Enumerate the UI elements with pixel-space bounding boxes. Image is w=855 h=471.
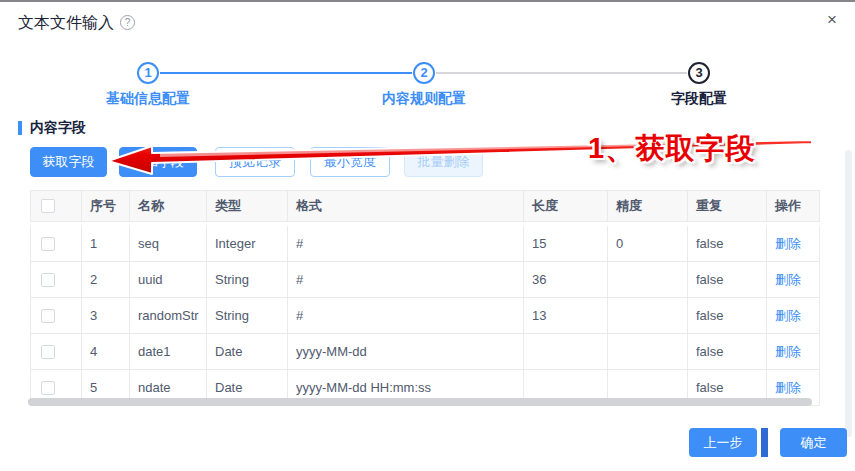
row-checkbox[interactable] xyxy=(41,273,55,287)
col-header-precision: 精度 xyxy=(608,190,688,222)
step-2-label: 内容规则配置 xyxy=(354,90,494,108)
get-fields-button[interactable]: 获取字段 xyxy=(30,147,107,177)
step-1-circle: 1 xyxy=(137,62,159,84)
cell-seq: 2 xyxy=(82,262,130,298)
annotation-text: 1、获取字段 xyxy=(588,129,755,169)
cell-name: uuid xyxy=(130,262,207,298)
cell-repeat: false xyxy=(688,334,767,370)
cell-precision xyxy=(608,262,688,298)
cell-name: seq xyxy=(130,226,207,262)
delete-link[interactable]: 删除 xyxy=(775,307,801,325)
row-checkbox[interactable] xyxy=(41,309,55,323)
cell-action: 删除 xyxy=(767,226,820,262)
step-2-circle: 2 xyxy=(413,62,435,84)
horizontal-scrollbar[interactable] xyxy=(28,398,812,406)
col-header-type: 类型 xyxy=(207,190,288,222)
step-line-2-3 xyxy=(436,72,687,74)
row-checkbox-cell xyxy=(30,298,82,334)
header-checkbox-cell xyxy=(30,190,82,222)
cell-name: randomStr xyxy=(130,298,207,334)
step-3-label: 字段配置 xyxy=(629,90,769,108)
step-1-label: 基础信息配置 xyxy=(78,90,218,108)
cell-precision xyxy=(608,334,688,370)
cell-precision: 0 xyxy=(608,226,688,262)
col-header-name: 名称 xyxy=(130,190,207,222)
delete-link[interactable]: 删除 xyxy=(775,343,801,361)
col-header-seq: 序号 xyxy=(82,190,130,222)
row-checkbox[interactable] xyxy=(41,381,55,395)
cell-type: String xyxy=(207,262,288,298)
col-header-action: 操作 xyxy=(767,190,820,222)
vertical-scrollbar-track[interactable] xyxy=(845,150,852,437)
batch-delete-button[interactable]: 批量删除 xyxy=(404,147,483,177)
section-accent-bar xyxy=(18,121,22,135)
cell-repeat: false xyxy=(688,262,767,298)
cell-action: 删除 xyxy=(767,262,820,298)
cell-type: String xyxy=(207,298,288,334)
page-title: 文本文件输入? xyxy=(18,13,135,34)
confirm-button[interactable]: 确定 xyxy=(780,428,847,457)
row-checkbox-cell xyxy=(30,262,82,298)
delete-link[interactable]: 删除 xyxy=(775,235,801,253)
cell-action: 删除 xyxy=(767,334,820,370)
cell-format: # xyxy=(288,226,524,262)
cell-repeat: false xyxy=(688,226,767,262)
row-checkbox[interactable] xyxy=(41,237,55,251)
cell-length: 15 xyxy=(524,226,608,262)
fields-table: 序号 名称 类型 格式 长度 精度 重复 操作 1 seq Integer # … xyxy=(30,190,820,406)
add-field-button[interactable]: 增加字段 xyxy=(119,147,197,177)
previous-step-button[interactable]: 上一步 xyxy=(689,428,757,457)
col-header-repeat: 重复 xyxy=(688,190,767,222)
delete-link[interactable]: 删除 xyxy=(775,379,801,397)
section-title: 内容字段 xyxy=(30,119,86,137)
cell-repeat: false xyxy=(688,298,767,334)
cell-type: Date xyxy=(207,334,288,370)
footer-blue-bar xyxy=(761,428,768,457)
row-checkbox-cell xyxy=(30,334,82,370)
min-width-button[interactable]: 最小宽度 xyxy=(310,147,390,177)
cell-name: date1 xyxy=(130,334,207,370)
step-3-circle: 3 xyxy=(688,62,710,84)
cell-length xyxy=(524,334,608,370)
cell-format: yyyy-MM-dd xyxy=(288,334,524,370)
cell-action: 删除 xyxy=(767,298,820,334)
step-line-1-2 xyxy=(160,72,412,74)
row-checkbox-cell xyxy=(30,226,82,262)
row-checkbox[interactable] xyxy=(41,345,55,359)
cell-length: 36 xyxy=(524,262,608,298)
cell-precision xyxy=(608,298,688,334)
window-top-border xyxy=(0,0,855,2)
cell-format: # xyxy=(288,298,524,334)
col-header-length: 长度 xyxy=(524,190,608,222)
col-header-format: 格式 xyxy=(288,190,524,222)
cell-seq: 3 xyxy=(82,298,130,334)
delete-link[interactable]: 删除 xyxy=(775,271,801,289)
section-header: 内容字段 xyxy=(18,119,86,137)
help-icon[interactable]: ? xyxy=(120,15,135,30)
select-all-checkbox[interactable] xyxy=(41,199,55,213)
cell-format: # xyxy=(288,262,524,298)
cell-seq: 4 xyxy=(82,334,130,370)
cell-type: Integer xyxy=(207,226,288,262)
preview-records-button[interactable]: 预览记录 xyxy=(215,147,295,177)
cell-length: 13 xyxy=(524,298,608,334)
cell-seq: 1 xyxy=(82,226,130,262)
close-icon[interactable]: × xyxy=(827,11,837,28)
